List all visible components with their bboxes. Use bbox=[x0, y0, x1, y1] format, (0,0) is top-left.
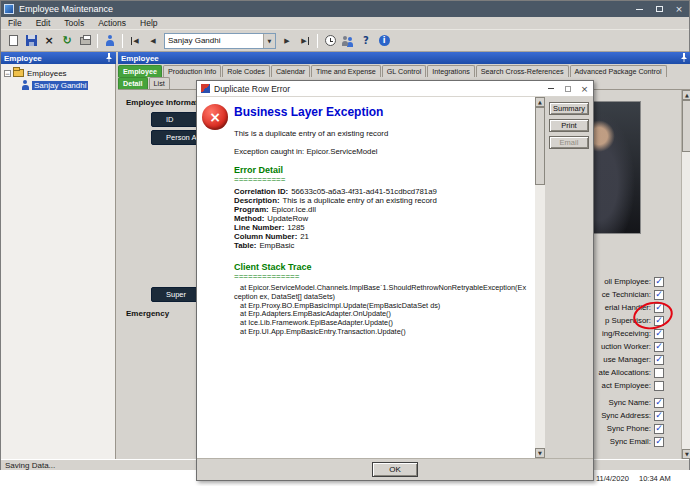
minimize-icon bbox=[636, 9, 643, 10]
next-record-button[interactable]: ▶ bbox=[278, 32, 296, 50]
info-button[interactable]: i bbox=[375, 32, 393, 50]
field-label: Column Number: bbox=[234, 232, 297, 241]
tab-advanced-package-control[interactable]: Advanced Package Control bbox=[570, 65, 667, 77]
scrollbar-thumb[interactable] bbox=[535, 107, 545, 185]
dialog-title-bar: Duplicate Row Error × bbox=[197, 81, 593, 97]
menu-actions[interactable]: Actions bbox=[91, 18, 133, 28]
tab-search-cross-references[interactable]: Search Cross-References bbox=[476, 65, 569, 77]
scrollbar-thumb[interactable] bbox=[682, 100, 690, 152]
tree-node-employees[interactable]: − Employees bbox=[1, 67, 115, 79]
history-button[interactable] bbox=[321, 32, 339, 50]
sync-name-checkbox[interactable]: ✓ bbox=[654, 398, 664, 408]
dialog-title: Duplicate Row Error bbox=[210, 84, 290, 94]
print-button[interactable]: Print bbox=[549, 119, 589, 132]
ok-button[interactable]: OK bbox=[372, 462, 418, 477]
dialog-maximize-button[interactable] bbox=[559, 81, 576, 96]
service-technician-checkbox[interactable]: ✓ bbox=[654, 290, 664, 300]
tab-gl-control[interactable]: GL Control bbox=[382, 65, 427, 77]
maximize-button[interactable] bbox=[649, 1, 669, 17]
shipping-receiving-checkbox[interactable]: ✓ bbox=[654, 329, 664, 339]
checkbox-label: Sync Name: bbox=[609, 398, 651, 407]
emergency-label: Emergency bbox=[126, 309, 169, 318]
menu-help[interactable]: Help bbox=[133, 18, 164, 28]
help-button[interactable]: ? bbox=[357, 32, 375, 50]
help-icon: ? bbox=[363, 35, 369, 46]
dialog-footer: OK bbox=[197, 458, 593, 480]
employee-search-button[interactable] bbox=[101, 32, 119, 50]
sync-phone-checkbox[interactable]: ✓ bbox=[654, 424, 664, 434]
dialog-scrollbar[interactable]: ▲ ▼ bbox=[535, 97, 545, 458]
screen: Employee Maintenance × File Edit Tools A… bbox=[0, 0, 690, 486]
dialog-window-controls: × bbox=[542, 81, 593, 96]
save-icon bbox=[26, 35, 37, 46]
tree-expander-icon[interactable]: − bbox=[4, 70, 11, 77]
check-icon: ✓ bbox=[655, 437, 663, 445]
field-value: EmpBasic bbox=[259, 241, 294, 250]
menu-file[interactable]: File bbox=[1, 18, 29, 28]
refresh-button[interactable]: ↻ bbox=[58, 32, 76, 50]
person-icon bbox=[106, 35, 115, 46]
summary-button[interactable]: Summary bbox=[549, 102, 589, 115]
save-button[interactable] bbox=[22, 32, 40, 50]
pin-icon[interactable] bbox=[105, 52, 113, 64]
left-panel-title: Employee bbox=[4, 54, 42, 63]
tab-integrations[interactable]: Integrations bbox=[427, 65, 475, 77]
previous-record-button[interactable]: ◀ bbox=[144, 32, 162, 50]
minimize-button[interactable] bbox=[629, 1, 649, 17]
people-button[interactable] bbox=[339, 32, 357, 50]
field-value: 1285 bbox=[287, 223, 304, 232]
tab-role-codes[interactable]: Role Codes bbox=[222, 65, 270, 77]
field-value: This is a duplicate entry of an existing… bbox=[283, 196, 437, 205]
main-scrollbar[interactable]: ▲ ▼ bbox=[681, 90, 690, 459]
tab-time-and-expense[interactable]: Time and Expense bbox=[311, 65, 381, 77]
warehouse-manager-checkbox[interactable]: ✓ bbox=[654, 355, 664, 365]
menu-edit[interactable]: Edit bbox=[29, 18, 58, 28]
field-correlation-id: Correlation ID:56633c05-a6a3-4f31-ad41-5… bbox=[234, 187, 529, 196]
email-button: Email bbox=[549, 136, 589, 149]
error-message-area: × Business Layer Exception This is a dup… bbox=[197, 97, 535, 458]
window-controls: × bbox=[629, 1, 689, 17]
stack-trace-line: at Epicor.ServiceModel.Channels.ImplBase… bbox=[234, 284, 529, 302]
sync-email-checkbox[interactable]: ✓ bbox=[654, 437, 664, 447]
dialog-close-button[interactable]: × bbox=[576, 81, 593, 96]
main-tab-strip: Employee Production Info Role Codes Cale… bbox=[118, 64, 690, 77]
new-button[interactable] bbox=[4, 32, 22, 50]
checkbox-label: uction Worker: bbox=[601, 342, 651, 351]
scroll-up-icon[interactable]: ▲ bbox=[535, 97, 545, 107]
contact-employee-checkbox[interactable] bbox=[654, 381, 664, 391]
check-icon: ✓ bbox=[655, 411, 663, 419]
scroll-down-icon[interactable]: ▼ bbox=[535, 448, 545, 458]
error-detail-rule: =========== bbox=[234, 175, 529, 184]
stack-trace-heading: Client Stack Trace bbox=[234, 262, 529, 272]
tree-node-sanjay-gandhi[interactable]: Sanjay Gandhi bbox=[1, 79, 115, 91]
print-button-toolbar[interactable] bbox=[76, 32, 94, 50]
delete-button[interactable]: × bbox=[40, 32, 58, 50]
error-detail-heading: Error Detail bbox=[234, 165, 529, 175]
field-table: Table:EmpBasic bbox=[234, 241, 529, 250]
scroll-down-icon[interactable]: ▼ bbox=[682, 449, 690, 459]
scroll-up-icon[interactable]: ▲ bbox=[682, 90, 690, 100]
last-record-icon: ▶ bbox=[301, 37, 308, 45]
record-combo[interactable]: Sanjay Gandhi ▼ bbox=[164, 33, 276, 49]
tab-production-info[interactable]: Production Info bbox=[163, 65, 221, 77]
production-worker-checkbox[interactable]: ✓ bbox=[654, 342, 664, 352]
tab-list[interactable]: List bbox=[149, 77, 170, 89]
first-record-button[interactable]: ◀ bbox=[126, 32, 144, 50]
stack-trace-line: at Erp.UI.App.EmpBasicEntry.Transaction.… bbox=[234, 328, 529, 337]
stack-trace-rule: ============== bbox=[234, 272, 529, 281]
sync-address-checkbox[interactable]: ✓ bbox=[654, 411, 664, 421]
error-icon: × bbox=[202, 104, 228, 130]
chevron-down-icon[interactable]: ▼ bbox=[263, 34, 275, 48]
pin-icon[interactable] bbox=[680, 52, 688, 64]
menu-tools[interactable]: Tools bbox=[57, 18, 91, 28]
close-button[interactable]: × bbox=[669, 1, 689, 17]
tab-detail[interactable]: Detail bbox=[118, 77, 148, 89]
delete-icon: × bbox=[44, 35, 53, 46]
field-label: Line Number: bbox=[234, 223, 284, 232]
tab-calendar[interactable]: Calendar bbox=[271, 65, 310, 77]
dialog-minimize-button[interactable] bbox=[542, 81, 559, 96]
payroll-employee-checkbox[interactable]: ✓ bbox=[654, 277, 664, 287]
last-record-button[interactable]: ▶ bbox=[296, 32, 314, 50]
allocations-checkbox[interactable] bbox=[654, 368, 664, 378]
tab-employee[interactable]: Employee bbox=[118, 65, 162, 77]
